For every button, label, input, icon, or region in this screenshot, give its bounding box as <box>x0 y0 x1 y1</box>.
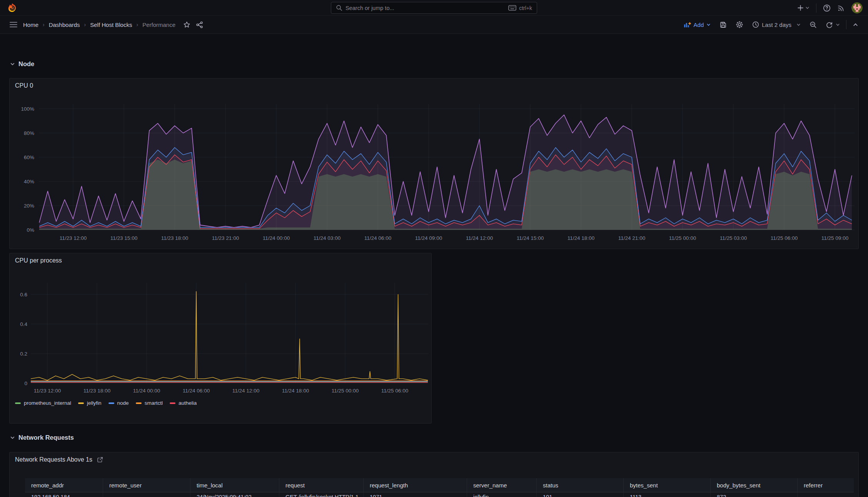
panel-title-network-requests[interactable]: Network Requests Above 1s <box>15 456 103 463</box>
search-shortcut: ctrl+k <box>508 5 532 11</box>
legend-label: node <box>117 400 129 406</box>
breadcrumb-separator: › <box>84 22 86 28</box>
svg-text:11/24 18:00: 11/24 18:00 <box>568 235 594 241</box>
time-range-picker[interactable]: Last 2 days <box>749 19 803 30</box>
row-network-requests[interactable]: Network Requests <box>10 431 74 444</box>
breadcrumb-separator: › <box>136 22 138 28</box>
save-dashboard-button[interactable] <box>717 19 729 30</box>
zoom-out-icon <box>810 21 817 28</box>
refresh-button[interactable] <box>823 19 843 30</box>
search-icon <box>336 5 342 11</box>
svg-text:11/24 00:00: 11/24 00:00 <box>133 388 160 394</box>
chevron-down-icon <box>10 62 15 66</box>
legend-item-smartctl[interactable]: smartctl <box>136 400 163 406</box>
search-input[interactable]: Search or jump to... ctrl+k <box>331 2 537 14</box>
svg-text:11/25 06:00: 11/25 06:00 <box>771 235 798 241</box>
panel-cpu0: CPU 0 0%20%40%60%80%100%11/23 12:0011/23… <box>9 78 859 249</box>
breadcrumb-current: Performance <box>142 22 175 28</box>
help-button[interactable] <box>823 4 831 12</box>
legend-item-authelia[interactable]: authelia <box>170 400 197 406</box>
external-link-icon[interactable] <box>97 457 103 463</box>
gear-icon <box>736 21 743 28</box>
news-button[interactable] <box>837 4 845 12</box>
legend-label: smartctl <box>145 400 163 406</box>
section-title-network: Network Requests <box>18 434 74 441</box>
legend-item-node[interactable]: node <box>108 400 129 406</box>
table-cell: 1113 <box>624 492 711 497</box>
svg-text:11/23 18:00: 11/23 18:00 <box>83 388 110 394</box>
row-node[interactable]: Node <box>10 58 34 70</box>
table-column-header-body_bytes_sent[interactable]: body_bytes_sent <box>711 478 798 492</box>
table-column-header-remote_addr[interactable]: remote_addr <box>25 478 103 492</box>
svg-text:11/24 15:00: 11/24 15:00 <box>517 235 544 241</box>
svg-text:80%: 80% <box>24 130 34 136</box>
chevron-down-icon <box>805 6 810 10</box>
svg-text:11/23 18:00: 11/23 18:00 <box>161 235 188 241</box>
chevron-down-icon <box>706 23 711 27</box>
favorite-button[interactable] <box>183 21 190 28</box>
table-column-header-referrer[interactable]: referrer <box>798 478 854 492</box>
svg-text:0%: 0% <box>27 227 34 233</box>
time-range-label: Last 2 days <box>762 22 791 28</box>
table-header-row: remote_addrremote_usertime_localrequestr… <box>25 478 854 492</box>
new-menu-button[interactable] <box>797 5 810 11</box>
table-column-header-bytes_sent[interactable]: bytes_sent <box>624 478 711 492</box>
plus-icon <box>797 5 804 11</box>
breadcrumb-dashboards[interactable]: Dashboards <box>49 22 80 28</box>
table-column-header-server_name[interactable]: server_name <box>467 478 537 492</box>
svg-text:11/23 12:00: 11/23 12:00 <box>60 235 87 241</box>
table-column-header-remote_user[interactable]: remote_user <box>103 478 190 492</box>
svg-text:11/24 00:00: 11/24 00:00 <box>263 235 290 241</box>
refresh-icon <box>826 21 833 28</box>
panel-cpu-per-process: CPU per process 00.20.40.611/23 12:0011/… <box>9 253 432 424</box>
panel-title-cpu-per-process[interactable]: CPU per process <box>15 257 62 264</box>
network-requests-table: remote_addrremote_usertime_localrequestr… <box>25 478 854 497</box>
svg-text:60%: 60% <box>24 155 34 160</box>
legend-item-prometheus_internal[interactable]: prometheus_internal <box>15 400 71 406</box>
star-icon <box>183 21 190 28</box>
svg-text:0.6: 0.6 <box>20 292 27 298</box>
legend-item-jellyfin[interactable]: jellyfin <box>78 400 102 406</box>
dashboard-settings-button[interactable] <box>733 19 746 30</box>
svg-text:11/24 12:00: 11/24 12:00 <box>466 235 493 241</box>
svg-text:11/24 06:00: 11/24 06:00 <box>364 235 391 241</box>
dashboard-toolbar: Home › Dashboards › Self Host Blocks › P… <box>0 16 868 34</box>
cpu0-chart[interactable]: 0%20%40%60%80%100%11/23 12:0011/23 15:00… <box>10 78 859 249</box>
panel-network-requests-table: Network Requests Above 1s remote_addrrem… <box>9 452 859 497</box>
table-cell: 101 <box>537 492 624 497</box>
table-column-header-request[interactable]: request <box>279 478 364 492</box>
table-column-header-time_local[interactable]: time_local <box>190 478 279 492</box>
svg-text:100%: 100% <box>21 106 34 112</box>
share-icon <box>196 21 203 28</box>
table-column-header-status[interactable]: status <box>537 478 624 492</box>
share-button[interactable] <box>196 21 203 28</box>
menu-icon <box>9 21 18 28</box>
save-icon <box>719 21 727 28</box>
svg-text:0.2: 0.2 <box>20 351 27 357</box>
zoom-out-button[interactable] <box>807 19 820 30</box>
collapse-toolbar-button[interactable] <box>850 20 861 30</box>
panel-title-cpu0[interactable]: CPU 0 <box>15 82 33 89</box>
breadcrumb-folder[interactable]: Self Host Blocks <box>90 22 132 28</box>
user-avatar[interactable] <box>851 2 863 13</box>
legend-chip <box>15 402 21 404</box>
topnav-right-actions <box>797 0 863 16</box>
breadcrumb-home[interactable]: Home <box>23 22 38 28</box>
svg-text:11/24 21:00: 11/24 21:00 <box>618 235 645 241</box>
table-column-header-request_length[interactable]: request_length <box>364 478 467 492</box>
legend-chip <box>108 402 114 404</box>
breadcrumb: Home › Dashboards › Self Host Blocks › P… <box>23 22 175 28</box>
table-cell: 24/Nov/2025:09:41:02 <box>190 492 279 497</box>
top-navbar: Search or jump to... ctrl+k <box>0 0 868 16</box>
toolbar-right: Add Last 2 days <box>681 19 868 30</box>
mega-menu-button[interactable] <box>9 21 18 28</box>
topnav-divider <box>816 3 816 13</box>
svg-text:0.4: 0.4 <box>20 321 27 327</box>
grafana-logo[interactable] <box>7 3 17 13</box>
svg-text:11/23 15:00: 11/23 15:00 <box>110 235 137 241</box>
table-cell: 1071 <box>364 492 467 497</box>
keyboard-icon <box>508 5 516 11</box>
legend-label: jellyfin <box>87 400 102 406</box>
add-button[interactable]: Add <box>681 20 714 30</box>
cpu-per-process-chart[interactable]: 00.20.40.611/23 12:0011/23 18:0011/24 00… <box>10 253 432 424</box>
